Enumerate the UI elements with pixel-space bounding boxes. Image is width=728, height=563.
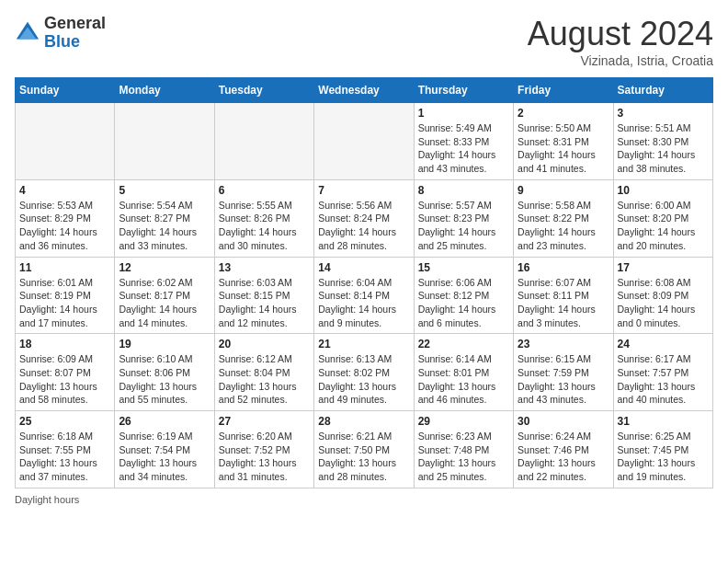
calendar: SundayMondayTuesdayWednesdayThursdayFrid… bbox=[15, 77, 713, 488]
calendar-cell: 28Sunrise: 6:21 AM Sunset: 7:50 PM Dayli… bbox=[314, 411, 414, 488]
day-info: Sunrise: 6:00 AM Sunset: 8:20 PM Dayligh… bbox=[618, 199, 709, 253]
calendar-day-header: Saturday bbox=[613, 78, 712, 103]
calendar-day-header: Monday bbox=[115, 78, 214, 103]
day-info: Sunrise: 6:24 AM Sunset: 7:46 PM Dayligh… bbox=[518, 430, 609, 484]
calendar-cell: 19Sunrise: 6:10 AM Sunset: 8:06 PM Dayli… bbox=[115, 334, 214, 411]
logo: General Blue bbox=[15, 15, 106, 52]
logo-text: General Blue bbox=[44, 15, 106, 52]
day-info: Sunrise: 5:56 AM Sunset: 8:24 PM Dayligh… bbox=[318, 199, 409, 253]
day-number: 16 bbox=[518, 261, 609, 274]
calendar-cell: 21Sunrise: 6:13 AM Sunset: 8:02 PM Dayli… bbox=[314, 334, 414, 411]
calendar-cell: 13Sunrise: 6:03 AM Sunset: 8:15 PM Dayli… bbox=[214, 257, 313, 334]
calendar-cell: 5Sunrise: 5:54 AM Sunset: 8:27 PM Daylig… bbox=[115, 179, 214, 257]
day-number: 26 bbox=[119, 415, 210, 428]
day-number: 21 bbox=[318, 338, 409, 350]
location: Vizinada, Istria, Croatia bbox=[528, 53, 713, 68]
calendar-cell: 10Sunrise: 6:00 AM Sunset: 8:20 PM Dayli… bbox=[613, 179, 712, 257]
day-info: Sunrise: 6:01 AM Sunset: 8:19 PM Dayligh… bbox=[19, 276, 110, 330]
day-info: Sunrise: 5:55 AM Sunset: 8:26 PM Dayligh… bbox=[219, 199, 310, 253]
calendar-cell: 14Sunrise: 6:04 AM Sunset: 8:14 PM Dayli… bbox=[314, 257, 414, 334]
day-info: Sunrise: 6:02 AM Sunset: 8:17 PM Dayligh… bbox=[119, 276, 210, 330]
day-number: 14 bbox=[318, 261, 409, 274]
day-number: 29 bbox=[418, 415, 509, 428]
day-number: 25 bbox=[19, 415, 110, 428]
day-number: 18 bbox=[19, 338, 110, 350]
day-number: 4 bbox=[19, 184, 110, 197]
day-number: 24 bbox=[618, 338, 709, 350]
day-number: 10 bbox=[618, 184, 709, 197]
day-number: 28 bbox=[318, 415, 409, 428]
calendar-day-header: Wednesday bbox=[314, 78, 414, 103]
calendar-cell: 12Sunrise: 6:02 AM Sunset: 8:17 PM Dayli… bbox=[115, 257, 214, 334]
day-info: Sunrise: 6:21 AM Sunset: 7:50 PM Dayligh… bbox=[318, 430, 409, 484]
calendar-cell: 9Sunrise: 5:58 AM Sunset: 8:22 PM Daylig… bbox=[514, 179, 613, 257]
logo-blue: Blue bbox=[44, 32, 80, 51]
calendar-cell: 18Sunrise: 6:09 AM Sunset: 8:07 PM Dayli… bbox=[16, 334, 115, 411]
title-block: August 2024 Vizinada, Istria, Croatia bbox=[528, 15, 713, 68]
calendar-day-header: Tuesday bbox=[214, 78, 313, 103]
calendar-cell bbox=[16, 103, 115, 180]
calendar-cell: 4Sunrise: 5:53 AM Sunset: 8:29 PM Daylig… bbox=[16, 179, 115, 257]
day-info: Sunrise: 6:07 AM Sunset: 8:11 PM Dayligh… bbox=[518, 276, 609, 330]
day-info: Sunrise: 6:09 AM Sunset: 8:07 PM Dayligh… bbox=[19, 352, 110, 407]
calendar-day-header: Sunday bbox=[16, 78, 115, 103]
day-info: Sunrise: 6:17 AM Sunset: 7:57 PM Dayligh… bbox=[618, 352, 709, 407]
day-number: 23 bbox=[518, 338, 609, 350]
day-number: 30 bbox=[518, 415, 609, 428]
calendar-cell: 22Sunrise: 6:14 AM Sunset: 8:01 PM Dayli… bbox=[414, 334, 513, 411]
day-info: Sunrise: 5:54 AM Sunset: 8:27 PM Dayligh… bbox=[119, 199, 210, 253]
day-number: 8 bbox=[418, 184, 509, 197]
day-info: Sunrise: 5:58 AM Sunset: 8:22 PM Dayligh… bbox=[518, 199, 609, 253]
day-number: 5 bbox=[119, 184, 210, 197]
calendar-cell: 23Sunrise: 6:15 AM Sunset: 7:59 PM Dayli… bbox=[514, 334, 613, 411]
day-info: Sunrise: 5:51 AM Sunset: 8:30 PM Dayligh… bbox=[618, 121, 709, 176]
calendar-cell: 20Sunrise: 6:12 AM Sunset: 8:04 PM Dayli… bbox=[214, 334, 313, 411]
day-number: 12 bbox=[119, 261, 210, 274]
calendar-cell bbox=[115, 103, 214, 180]
day-info: Sunrise: 6:14 AM Sunset: 8:01 PM Dayligh… bbox=[418, 352, 509, 407]
day-number: 20 bbox=[219, 338, 310, 350]
day-info: Sunrise: 6:15 AM Sunset: 7:59 PM Dayligh… bbox=[518, 352, 609, 407]
calendar-cell: 15Sunrise: 6:06 AM Sunset: 8:12 PM Dayli… bbox=[414, 257, 513, 334]
calendar-week-row: 1Sunrise: 5:49 AM Sunset: 8:33 PM Daylig… bbox=[16, 103, 713, 180]
calendar-week-row: 11Sunrise: 6:01 AM Sunset: 8:19 PM Dayli… bbox=[16, 257, 713, 334]
day-number: 7 bbox=[318, 184, 409, 197]
calendar-cell: 8Sunrise: 5:57 AM Sunset: 8:23 PM Daylig… bbox=[414, 179, 513, 257]
calendar-cell: 26Sunrise: 6:19 AM Sunset: 7:54 PM Dayli… bbox=[115, 411, 214, 488]
day-info: Sunrise: 6:06 AM Sunset: 8:12 PM Dayligh… bbox=[418, 276, 509, 330]
calendar-cell: 25Sunrise: 6:18 AM Sunset: 7:55 PM Dayli… bbox=[16, 411, 115, 488]
day-number: 1 bbox=[418, 107, 509, 120]
day-info: Sunrise: 5:53 AM Sunset: 8:29 PM Dayligh… bbox=[19, 199, 110, 253]
day-info: Sunrise: 5:57 AM Sunset: 8:23 PM Dayligh… bbox=[418, 199, 509, 253]
calendar-cell: 31Sunrise: 6:25 AM Sunset: 7:45 PM Dayli… bbox=[613, 411, 712, 488]
day-info: Sunrise: 6:04 AM Sunset: 8:14 PM Dayligh… bbox=[318, 276, 409, 330]
calendar-cell: 24Sunrise: 6:17 AM Sunset: 7:57 PM Dayli… bbox=[613, 334, 712, 411]
calendar-week-row: 25Sunrise: 6:18 AM Sunset: 7:55 PM Dayli… bbox=[16, 411, 713, 488]
calendar-cell: 3Sunrise: 5:51 AM Sunset: 8:30 PM Daylig… bbox=[613, 103, 712, 180]
footer-note: Daylight hours bbox=[15, 494, 713, 505]
day-info: Sunrise: 6:20 AM Sunset: 7:52 PM Dayligh… bbox=[219, 430, 310, 484]
calendar-cell: 30Sunrise: 6:24 AM Sunset: 7:46 PM Dayli… bbox=[514, 411, 613, 488]
day-info: Sunrise: 6:18 AM Sunset: 7:55 PM Dayligh… bbox=[19, 430, 110, 484]
calendar-cell: 29Sunrise: 6:23 AM Sunset: 7:48 PM Dayli… bbox=[414, 411, 513, 488]
day-info: Sunrise: 6:12 AM Sunset: 8:04 PM Dayligh… bbox=[219, 352, 310, 407]
calendar-day-header: Friday bbox=[514, 78, 613, 103]
calendar-cell: 2Sunrise: 5:50 AM Sunset: 8:31 PM Daylig… bbox=[514, 103, 613, 180]
calendar-cell: 7Sunrise: 5:56 AM Sunset: 8:24 PM Daylig… bbox=[314, 179, 414, 257]
day-info: Sunrise: 6:23 AM Sunset: 7:48 PM Dayligh… bbox=[418, 430, 509, 484]
header: General Blue August 2024 Vizinada, Istri… bbox=[15, 15, 713, 68]
calendar-week-row: 18Sunrise: 6:09 AM Sunset: 8:07 PM Dayli… bbox=[16, 334, 713, 411]
day-info: Sunrise: 6:08 AM Sunset: 8:09 PM Dayligh… bbox=[618, 276, 709, 330]
calendar-cell: 16Sunrise: 6:07 AM Sunset: 8:11 PM Dayli… bbox=[514, 257, 613, 334]
calendar-day-header: Thursday bbox=[414, 78, 513, 103]
month-year: August 2024 bbox=[528, 15, 713, 53]
calendar-cell: 6Sunrise: 5:55 AM Sunset: 8:26 PM Daylig… bbox=[214, 179, 313, 257]
day-number: 31 bbox=[618, 415, 709, 428]
day-info: Sunrise: 5:50 AM Sunset: 8:31 PM Dayligh… bbox=[518, 121, 609, 176]
day-info: Sunrise: 6:25 AM Sunset: 7:45 PM Dayligh… bbox=[618, 430, 709, 484]
day-number: 19 bbox=[119, 338, 210, 350]
calendar-cell: 27Sunrise: 6:20 AM Sunset: 7:52 PM Dayli… bbox=[214, 411, 313, 488]
day-info: Sunrise: 6:03 AM Sunset: 8:15 PM Dayligh… bbox=[219, 276, 310, 330]
calendar-header-row: SundayMondayTuesdayWednesdayThursdayFrid… bbox=[16, 78, 713, 103]
calendar-cell: 1Sunrise: 5:49 AM Sunset: 8:33 PM Daylig… bbox=[414, 103, 513, 180]
